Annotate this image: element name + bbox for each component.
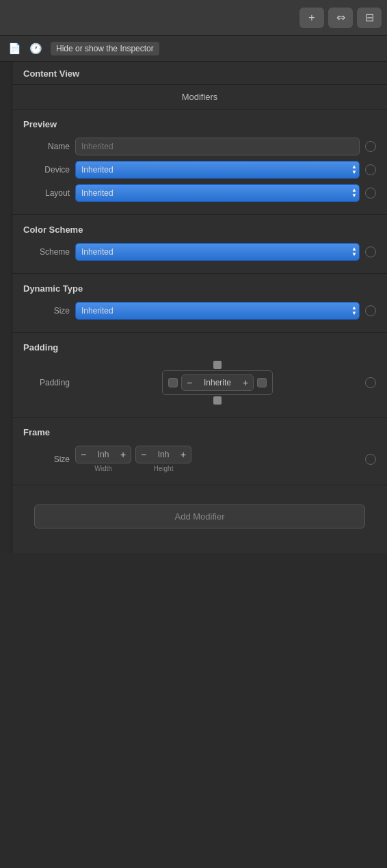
padding-checkbox[interactable] <box>168 378 178 387</box>
dynamic-type-group: Dynamic Type Size Inherited ▲ ▼ <box>12 274 387 333</box>
frame-height-minus-button[interactable]: − <box>136 446 151 463</box>
padding-plus-button[interactable]: + <box>238 374 253 391</box>
dynamic-size-select[interactable]: Inherited <box>75 302 360 320</box>
add-modifier-button[interactable]: Add Modifier <box>34 505 365 528</box>
padding-bottom-handle[interactable] <box>213 396 222 405</box>
left-edge-bar <box>0 62 12 553</box>
layout-radio[interactable] <box>365 188 376 199</box>
frame-width-plus-button[interactable]: + <box>116 446 131 463</box>
frame-size-controls: − Inh + Width − Inh + Height <box>75 446 360 472</box>
frame-height-label: Height <box>154 465 174 472</box>
padding-value: Inherite <box>197 378 238 387</box>
modifiers-heading: Modifiers <box>12 85 387 110</box>
layout-label: Layout <box>23 188 70 198</box>
scheme-label: Scheme <box>23 247 70 257</box>
color-scheme-title: Color Scheme <box>12 222 387 240</box>
scheme-field-row: Scheme Inherited ▲ ▼ <box>12 240 387 264</box>
clock-icon[interactable]: 🕐 <box>29 42 42 55</box>
color-scheme-group: Color Scheme Scheme Inherited ▲ ▼ <box>12 215 387 274</box>
device-field-row: Device Inherited ▲ ▼ <box>12 158 387 181</box>
name-label: Name <box>23 142 70 151</box>
padding-top-handle[interactable] <box>213 361 222 369</box>
layout-dropdown-wrapper: Inherited ▲ ▼ <box>75 184 360 202</box>
padding-label: Padding <box>23 378 70 387</box>
frame-group: Frame Size − Inh + Width <box>12 418 387 485</box>
name-field-row: Name <box>12 135 387 158</box>
scheme-select[interactable]: Inherited <box>75 243 360 261</box>
padding-field-row: Padding − Inherite + <box>12 358 387 407</box>
frame-width-value: Inh <box>91 450 116 459</box>
padding-radio[interactable] <box>365 377 376 388</box>
preview-group-title: Preview <box>12 116 387 135</box>
add-button[interactable]: + <box>299 8 324 28</box>
frame-height-plus-button[interactable]: + <box>176 446 191 463</box>
dynamic-size-radio[interactable] <box>365 305 376 316</box>
device-dropdown-wrapper: Inherited ▲ ▼ <box>75 161 360 179</box>
device-select[interactable]: Inherited <box>75 161 360 179</box>
frame-width-stepper: − Inh + <box>75 446 131 463</box>
padding-control: − Inherite + <box>75 361 360 405</box>
inspector-hint-label: Hide or show the Inspector <box>51 42 159 55</box>
name-radio[interactable] <box>365 141 376 152</box>
frame-size-field-row: Size − Inh + Width − <box>12 443 387 475</box>
content-view-title: Content View <box>12 62 387 85</box>
inspector-toggle-button[interactable]: ⊟ <box>357 8 382 28</box>
dynamic-size-label: Size <box>23 306 70 316</box>
frame-group-title: Frame <box>12 424 387 443</box>
document-icon[interactable]: 📄 <box>8 42 21 55</box>
padding-box: − Inherite + <box>162 370 273 395</box>
dynamic-type-title: Dynamic Type <box>12 281 387 299</box>
frame-size-radio[interactable] <box>365 454 376 465</box>
add-modifier-section: Add Modifier <box>12 485 387 553</box>
swap-button[interactable]: ⇔ <box>328 8 353 28</box>
scheme-radio[interactable] <box>365 246 376 257</box>
padding-group-title: Padding <box>12 340 387 358</box>
layout-field-row: Layout Inherited ▲ ▼ <box>12 181 387 205</box>
padding-checkbox-2[interactable] <box>257 378 267 387</box>
dynamic-size-field-row: Size Inherited ▲ ▼ <box>12 299 387 322</box>
frame-width-label: Width <box>94 465 112 472</box>
frame-width-minus-button[interactable]: − <box>76 446 91 463</box>
dynamic-size-dropdown-wrapper: Inherited ▲ ▼ <box>75 302 360 320</box>
padding-stepper: − Inherite + <box>181 374 254 391</box>
preview-group: Preview Name Device Inherited ▲ ▼ <box>12 110 387 215</box>
device-radio[interactable] <box>365 164 376 175</box>
name-input[interactable] <box>75 138 360 155</box>
frame-width-group: − Inh + Width <box>75 446 131 472</box>
padding-group: Padding Padding − Inherite + <box>12 333 387 418</box>
frame-height-stepper: − Inh + <box>135 446 191 463</box>
frame-height-group: − Inh + Height <box>135 446 191 472</box>
padding-minus-button[interactable]: − <box>182 374 197 391</box>
frame-size-label: Size <box>23 455 70 464</box>
device-label: Device <box>23 165 70 175</box>
secondary-bar: 📄 🕐 Hide or show the Inspector <box>0 36 387 62</box>
toolbar: + ⇔ ⊟ <box>0 0 387 36</box>
scheme-dropdown-wrapper: Inherited ▲ ▼ <box>75 243 360 261</box>
layout-select[interactable]: Inherited <box>75 184 360 202</box>
frame-height-value: Inh <box>151 450 176 459</box>
